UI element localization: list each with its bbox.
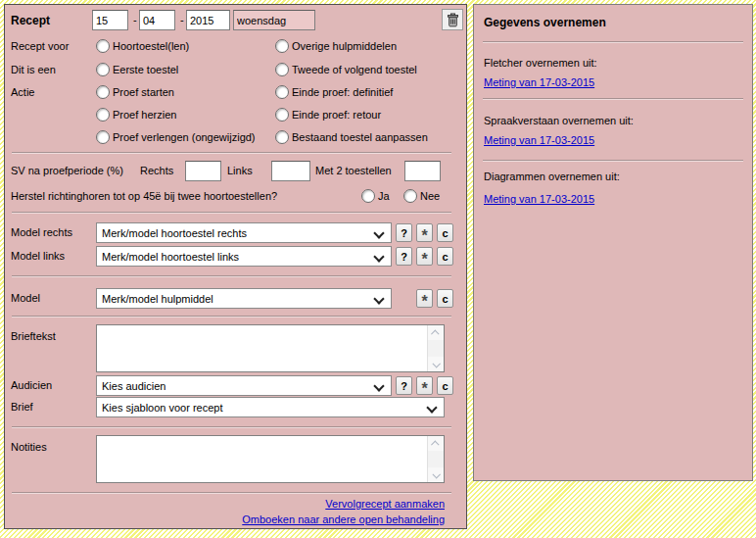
diagrammen-label: Diagrammen overnemen uit: bbox=[484, 171, 620, 182]
brieftekst-textarea[interactable] bbox=[96, 324, 445, 372]
radio-herstel-nee[interactable] bbox=[403, 189, 417, 203]
radio-bestaand-toestel[interactable] bbox=[275, 130, 289, 144]
model-rechts-value: Merk/model hoortoestel rechts bbox=[102, 227, 247, 239]
brief-value: Kies sjabloon voor recept bbox=[102, 402, 223, 414]
divider bbox=[12, 275, 451, 277]
sv-links-input[interactable] bbox=[271, 161, 310, 181]
fletcher-meting-link[interactable]: Meting van 17-03-2015 bbox=[484, 76, 594, 88]
model-select[interactable]: Merk/model hulpmiddel bbox=[96, 288, 392, 309]
audicien-label: Audicien bbox=[11, 379, 52, 391]
sv-label: SV na proefperiode (%) bbox=[11, 165, 123, 176]
radio-tweede-toestel-label: Tweede of volgend toestel bbox=[292, 64, 417, 75]
radio-einde-proef-retour-label: Einde proef: retour bbox=[292, 109, 381, 121]
model-rechts-help-button[interactable]: ? bbox=[396, 223, 412, 242]
scroll-down-icon[interactable] bbox=[428, 467, 444, 482]
scrollbar[interactable] bbox=[427, 325, 444, 371]
asterisk-icon: * bbox=[421, 293, 427, 311]
audicien-select[interactable]: Kies audicien bbox=[96, 375, 392, 396]
divider bbox=[12, 316, 451, 318]
model-links-clear-button[interactable]: c bbox=[437, 247, 453, 266]
radio-proef-herzien[interactable] bbox=[96, 108, 110, 122]
diagrammen-meting-link[interactable]: Meting van 17-03-2015 bbox=[484, 193, 594, 205]
radio-hoortoestellen[interactable] bbox=[96, 39, 110, 53]
delete-recept-button[interactable] bbox=[442, 9, 463, 30]
omboeken-link[interactable]: Omboeken naar andere open behandeling bbox=[242, 514, 445, 525]
radio-proef-herzien-label: Proef herzien bbox=[113, 109, 176, 121]
date-month-input[interactable] bbox=[139, 10, 175, 30]
audicien-clear-button[interactable]: c bbox=[437, 376, 453, 395]
model-links-help-button[interactable]: ? bbox=[396, 247, 412, 266]
radio-overige-hulpmiddelen-label: Overige hulpmiddelen bbox=[292, 40, 397, 52]
brieftekst-label: Brieftekst bbox=[11, 330, 56, 342]
spraakverstaan-meting-link[interactable]: Meting van 17-03-2015 bbox=[484, 134, 594, 146]
audicien-value: Kies audicien bbox=[102, 380, 165, 392]
herstel-label: Herstel richtinghoren tot op 45ë bij twe… bbox=[11, 190, 277, 202]
model-label: Model bbox=[11, 292, 40, 304]
asterisk-icon: * bbox=[421, 251, 427, 269]
recept-panel: Recept - - Recept voor Hoortoestel(len) … bbox=[4, 4, 467, 529]
model-links-select[interactable]: Merk/model hoortoestel links bbox=[96, 246, 392, 267]
scroll-down-icon[interactable] bbox=[428, 357, 444, 371]
model-links-label: Model links bbox=[11, 250, 65, 262]
scrollbar[interactable] bbox=[427, 436, 444, 482]
radio-eerste-toestel[interactable] bbox=[96, 63, 110, 76]
sv-rechts-label: Rechts bbox=[140, 165, 173, 176]
sv-met2-label: Met 2 toestellen bbox=[315, 165, 392, 176]
model-rechts-star-button[interactable]: * bbox=[416, 223, 433, 242]
actie-label: Actie bbox=[11, 86, 34, 98]
radio-overige-hulpmiddelen[interactable] bbox=[275, 39, 289, 53]
gegevens-title: Gegevens overnemen bbox=[484, 16, 606, 29]
divider bbox=[483, 98, 743, 100]
model-value: Merk/model hulpmiddel bbox=[102, 293, 213, 305]
date-day-input[interactable] bbox=[92, 10, 128, 30]
radio-herstel-ja[interactable] bbox=[361, 189, 375, 203]
radio-hoortoestellen-label: Hoortoestel(len) bbox=[113, 40, 189, 52]
model-clear-button[interactable]: c bbox=[437, 289, 453, 308]
sv-rechts-input[interactable] bbox=[185, 161, 221, 181]
radio-proef-verlengen-label: Proef verlengen (ongewijzigd) bbox=[113, 131, 256, 143]
scroll-up-icon[interactable] bbox=[428, 436, 444, 451]
audicien-help-button[interactable]: ? bbox=[396, 376, 412, 395]
chevron-down-icon bbox=[426, 402, 437, 413]
recept-title: Recept bbox=[11, 14, 50, 27]
weekday-field bbox=[233, 10, 315, 30]
notities-textarea[interactable] bbox=[96, 435, 445, 483]
radio-proef-starten[interactable] bbox=[96, 85, 110, 99]
model-links-star-button[interactable]: * bbox=[416, 247, 433, 266]
fletcher-label: Fletcher overnemen uit: bbox=[484, 57, 597, 69]
brief-label: Brief bbox=[11, 401, 33, 413]
divider bbox=[483, 160, 743, 162]
notities-label: Notities bbox=[11, 441, 47, 453]
audicien-star-button[interactable]: * bbox=[416, 376, 433, 395]
radio-herstel-nee-label: Nee bbox=[420, 190, 440, 202]
sv-met2-input[interactable] bbox=[404, 161, 441, 181]
chevron-down-icon bbox=[373, 227, 384, 238]
radio-einde-proef-definitief[interactable] bbox=[275, 85, 289, 99]
model-rechts-select[interactable]: Merk/model hoortoestel rechts bbox=[96, 222, 392, 243]
sv-links-label: Links bbox=[227, 165, 253, 176]
model-rechts-label: Model rechts bbox=[11, 226, 72, 238]
radio-einde-proef-definitief-label: Einde proef: definitief bbox=[292, 86, 393, 98]
divider bbox=[483, 41, 743, 43]
radio-bestaand-toestel-label: Bestaand toestel aanpassen bbox=[292, 131, 428, 143]
divider bbox=[12, 152, 451, 154]
vervolgrecept-link[interactable]: Vervolgrecept aanmaken bbox=[325, 498, 445, 510]
asterisk-icon: * bbox=[421, 380, 427, 398]
chevron-down-icon bbox=[373, 293, 384, 304]
model-star-button[interactable]: * bbox=[416, 289, 433, 308]
radio-einde-proef-retour[interactable] bbox=[275, 108, 289, 122]
scroll-up-icon[interactable] bbox=[428, 325, 444, 340]
radio-proef-starten-label: Proef starten bbox=[113, 86, 174, 98]
spraakverstaan-label: Spraakverstaan overnemen uit: bbox=[484, 115, 634, 126]
gegevens-overnemen-panel: Gegevens overnemen Fletcher overnemen ui… bbox=[473, 4, 753, 481]
dit-is-een-label: Dit is een bbox=[11, 64, 56, 75]
radio-proef-verlengen[interactable] bbox=[96, 130, 110, 144]
model-rechts-clear-button[interactable]: c bbox=[437, 223, 453, 242]
chevron-down-icon bbox=[373, 251, 384, 262]
divider bbox=[12, 492, 451, 494]
date-year-input[interactable] bbox=[186, 10, 230, 30]
divider bbox=[12, 426, 451, 428]
divider bbox=[12, 212, 451, 214]
brief-select[interactable]: Kies sjabloon voor recept bbox=[96, 397, 445, 417]
radio-tweede-toestel[interactable] bbox=[275, 63, 289, 76]
